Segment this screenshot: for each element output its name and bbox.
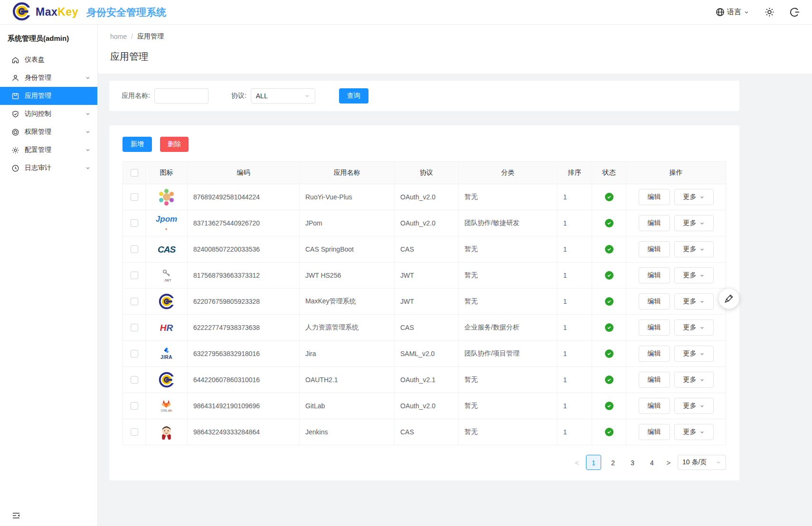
row-checkbox[interactable] [123,315,146,340]
edit-button[interactable]: 编辑 [639,293,670,310]
edit-button[interactable]: 编辑 [639,215,670,231]
search-button[interactable]: 查询 [339,88,368,103]
prev-page-icon[interactable]: < [572,459,582,467]
edit-button[interactable]: 编辑 [639,189,670,205]
more-button[interactable]: 更多 [674,189,714,205]
app-name-label: 应用名称: [122,92,150,100]
page-button-2[interactable]: 2 [605,455,621,470]
current-user-label: 系统管理员(admin) [0,25,97,51]
status-cell [592,184,626,210]
app-sort: 1 [557,263,592,288]
select-all-checkbox[interactable] [123,162,146,184]
chevron-down-icon [699,221,705,226]
row-checkbox[interactable] [123,184,146,210]
more-button[interactable]: 更多 [674,267,714,283]
edit-button[interactable]: 编辑 [639,346,670,362]
sidebar-item-5[interactable]: 配置管理 [0,141,97,159]
app-name-input[interactable] [154,88,208,103]
app-protocol: SAML_v2.0 [395,341,459,366]
sidebar-item-3[interactable]: 访问控制 [0,105,97,123]
more-button[interactable]: 更多 [674,293,714,310]
row-checkbox[interactable] [123,236,146,262]
row-checkbox[interactable] [123,393,146,419]
language-selector[interactable]: 语言 [716,8,749,17]
edit-button[interactable]: 编辑 [639,241,670,257]
edit-button[interactable]: 编辑 [639,267,670,283]
maxkey-logo-icon [12,2,31,23]
app-sort: 1 [557,419,592,445]
chevron-down-icon [85,75,91,81]
more-button[interactable]: 更多 [674,346,714,362]
protocol-select[interactable]: ALL [251,88,315,103]
protocol-label: 协议: [231,92,246,100]
row-checkbox[interactable] [123,341,146,366]
sidebar-item-2[interactable]: 应用管理 [0,87,97,105]
row-checkbox[interactable] [123,289,146,314]
more-button[interactable]: 更多 [674,215,714,231]
sidebar-item-4[interactable]: 权限管理 [0,123,97,141]
chevron-down-icon [699,404,705,409]
more-button[interactable]: 更多 [674,241,714,257]
edit-button[interactable]: 编辑 [639,319,670,336]
app-icon-cell: JWT [146,263,188,288]
app-protocol: OAuth_v2.0 [395,210,459,236]
app-code: 986432249333284864 [188,419,300,445]
status-enabled-icon [605,193,614,201]
chevron-down-icon [699,247,705,252]
next-page-icon[interactable]: > [664,459,673,467]
status-cell [592,419,626,445]
page-size-select[interactable]: 10 条/页 [678,455,726,470]
status-cell [592,367,626,393]
app-icon-cell [146,289,188,314]
status-enabled-icon [605,297,614,306]
ruoyi-logo [158,188,175,206]
page-button-3[interactable]: 3 [625,455,640,470]
row-checkbox[interactable] [123,210,146,236]
edit-button[interactable]: 编辑 [639,372,670,388]
status-enabled-icon [605,428,614,436]
app-name: Jenkins [300,419,395,445]
chevron-down-icon [699,195,705,200]
app-category: 团队协作/敏捷研发 [459,210,557,236]
breadcrumb-home[interactable]: home [110,33,127,40]
page-button-1[interactable]: 1 [586,455,601,470]
table-toolbar: 新增 删除 [123,137,726,152]
edit-button[interactable]: 编辑 [639,424,670,440]
more-button[interactable]: 更多 [674,398,714,414]
row-checkbox[interactable] [123,263,146,288]
app-protocol: CAS [395,236,459,262]
add-button[interactable]: 新增 [123,137,152,152]
jwt-logo: JWT [162,269,171,282]
app-category: 暂无 [459,236,557,262]
status-enabled-icon [605,323,614,332]
table-card: 新增 删除 图标 编码 应用名称 协议 分类 排序 状态 操作 87689249… [109,125,739,480]
logout-icon[interactable] [790,7,800,17]
app-code: 622227747938373638 [188,315,300,340]
app-icon-cell: CAS [146,236,188,262]
app-protocol: OAuth_v2.0 [395,393,459,419]
app-sort: 1 [557,184,592,210]
page-button-4[interactable]: 4 [644,455,660,470]
more-button[interactable]: 更多 [674,372,714,388]
theme-tool-button[interactable] [718,288,739,309]
clock-icon [11,164,19,172]
more-button[interactable]: 更多 [674,424,714,440]
app-code: 817568793663373312 [188,263,300,288]
app-name: GitLab [300,393,395,419]
app-protocol: CAS [395,419,459,445]
status-cell [592,236,626,262]
sidebar-item-0[interactable]: 仪表盘 [0,51,97,69]
sidebar-item-6[interactable]: 日志审计 [0,159,97,177]
row-checkbox[interactable] [123,419,146,445]
chevron-down-icon [744,9,749,15]
row-checkbox[interactable] [123,367,146,393]
theme-tool-icon [724,294,734,303]
sidebar-item-1[interactable]: 身份管理 [0,69,97,87]
more-button[interactable]: 更多 [674,319,714,336]
edit-button[interactable]: 编辑 [639,398,670,414]
app-category: 暂无 [459,393,557,419]
collapse-sidebar-icon[interactable] [11,511,21,520]
delete-button[interactable]: 删除 [160,137,189,152]
jpom-logo: Jpom. [156,215,177,231]
settings-gear-icon[interactable] [765,7,774,17]
